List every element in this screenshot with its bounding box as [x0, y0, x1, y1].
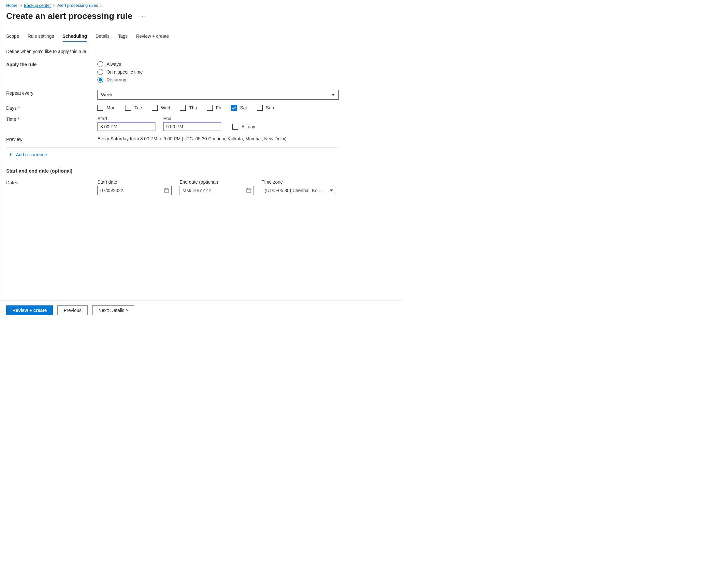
- calendar-icon: [246, 188, 251, 193]
- preview-label: Preview: [6, 136, 97, 142]
- breadcrumb-home[interactable]: Home: [6, 3, 18, 8]
- repeat-every-select[interactable]: Week: [97, 90, 339, 100]
- day-sun[interactable]: Sun: [257, 105, 274, 111]
- more-icon[interactable]: ···: [142, 13, 147, 19]
- day-fri[interactable]: Fri: [207, 105, 221, 111]
- chevron-right-icon: >: [53, 3, 55, 8]
- checkbox-icon: [232, 124, 238, 130]
- divider: [6, 147, 339, 148]
- add-recurrence-button[interactable]: + Add recurrence: [9, 151, 339, 158]
- day-sat[interactable]: Sat: [231, 105, 247, 111]
- timezone-label: Time zone: [262, 180, 336, 185]
- apply-rule-radio-group: Always On a specific time Recurring: [97, 61, 339, 83]
- review-create-button[interactable]: Review + create: [6, 305, 53, 315]
- chevron-right-icon: >: [100, 3, 103, 8]
- tab-review-create[interactable]: Review + create: [136, 34, 169, 42]
- radio-icon: [97, 77, 103, 83]
- chevron-right-icon: >: [20, 3, 22, 8]
- time-start-input[interactable]: [97, 123, 155, 131]
- chevron-down-icon: [332, 94, 335, 96]
- days-label: Days: [6, 106, 17, 111]
- svg-rect-0: [165, 189, 168, 193]
- time-end-label: End: [163, 116, 221, 121]
- timezone-select[interactable]: (UTC+05:30) Chennai, Kolka...: [262, 186, 336, 195]
- checkbox-icon: [125, 105, 131, 111]
- checkbox-icon: [180, 105, 186, 111]
- radio-icon: [97, 69, 103, 75]
- day-label: Mon: [107, 105, 115, 110]
- checkbox-icon: [257, 105, 263, 111]
- start-date-value: 07/05/2022: [100, 188, 123, 193]
- footer-actions: Review + create Previous Next: Details >: [0, 300, 402, 319]
- day-label: Thu: [189, 105, 197, 110]
- tab-rule-settings[interactable]: Rule settings: [28, 34, 54, 42]
- time-label-wrap: Time*: [6, 116, 97, 122]
- plus-icon: +: [9, 151, 13, 158]
- tab-scheduling[interactable]: Scheduling: [63, 34, 87, 42]
- end-date-placeholder: MM/DD/YYYY: [182, 188, 211, 193]
- end-date-input[interactable]: MM/DD/YYYY: [180, 186, 254, 195]
- checkbox-icon: [97, 105, 103, 111]
- required-asterisk: *: [18, 117, 19, 122]
- day-wed[interactable]: Wed: [152, 105, 170, 111]
- next-button[interactable]: Next: Details >: [92, 305, 134, 315]
- day-label: Wed: [161, 105, 170, 110]
- all-day-checkbox[interactable]: All day: [232, 123, 255, 131]
- radio-recurring[interactable]: Recurring: [97, 77, 339, 83]
- radio-always[interactable]: Always: [97, 61, 339, 67]
- checkbox-icon: [152, 105, 158, 111]
- day-mon[interactable]: Mon: [97, 105, 115, 111]
- required-asterisk: *: [18, 106, 20, 111]
- start-date-input[interactable]: 07/05/2022: [97, 186, 172, 195]
- time-end-input[interactable]: [163, 123, 221, 131]
- end-date-label: End date (optional): [180, 180, 254, 185]
- breadcrumb-backup-center[interactable]: Backup center: [24, 3, 51, 8]
- radio-always-label: Always: [107, 62, 121, 67]
- tab-tags[interactable]: Tags: [118, 34, 128, 42]
- start-end-date-header: Start and end date (optional): [6, 168, 339, 174]
- svg-rect-4: [247, 189, 251, 193]
- start-date-label: Start date: [97, 180, 172, 185]
- calendar-icon: [164, 188, 169, 193]
- preview-text: Every Saturday from 8:00 PM to 9:00 PM (…: [97, 136, 286, 141]
- repeat-every-label: Repeat every: [6, 90, 97, 96]
- page-title: Create an alert processing rule: [6, 11, 133, 21]
- day-label: Sat: [240, 105, 247, 110]
- day-tue[interactable]: Tue: [125, 105, 142, 111]
- timezone-value: (UTC+05:30) Chennai, Kolka...: [265, 188, 323, 193]
- apply-rule-label: Apply the rule: [6, 61, 97, 67]
- day-label: Tue: [134, 105, 142, 110]
- radio-specific-time[interactable]: On a specific time: [97, 69, 339, 75]
- day-label: Fri: [216, 105, 221, 110]
- radio-specific-label: On a specific time: [107, 69, 143, 75]
- days-label-wrap: Days*: [6, 105, 97, 111]
- day-label: Sun: [266, 105, 274, 110]
- previous-button[interactable]: Previous: [57, 305, 87, 315]
- dates-label: Dates: [6, 180, 97, 185]
- tabs: Scope Rule settings Scheduling Details T…: [6, 34, 396, 42]
- day-thu[interactable]: Thu: [180, 105, 197, 111]
- all-day-label: All day: [241, 124, 255, 129]
- checkbox-icon: [207, 105, 213, 111]
- breadcrumb: Home > Backup center > Alert processing …: [6, 3, 396, 8]
- radio-recurring-label: Recurring: [107, 77, 126, 82]
- breadcrumb-alert-processing-rules[interactable]: Alert processing rules: [57, 3, 98, 8]
- chevron-down-icon: [330, 190, 333, 192]
- tab-details[interactable]: Details: [95, 34, 109, 42]
- tab-scope[interactable]: Scope: [6, 34, 19, 42]
- radio-icon: [97, 61, 103, 67]
- repeat-every-value: Week: [101, 92, 113, 97]
- add-recurrence-label: Add recurrence: [16, 152, 47, 157]
- helper-text: Define when you'd like to apply this rul…: [6, 49, 396, 54]
- time-label: Time: [6, 117, 16, 122]
- time-start-label: Start: [97, 116, 155, 121]
- checkbox-icon: [231, 105, 237, 111]
